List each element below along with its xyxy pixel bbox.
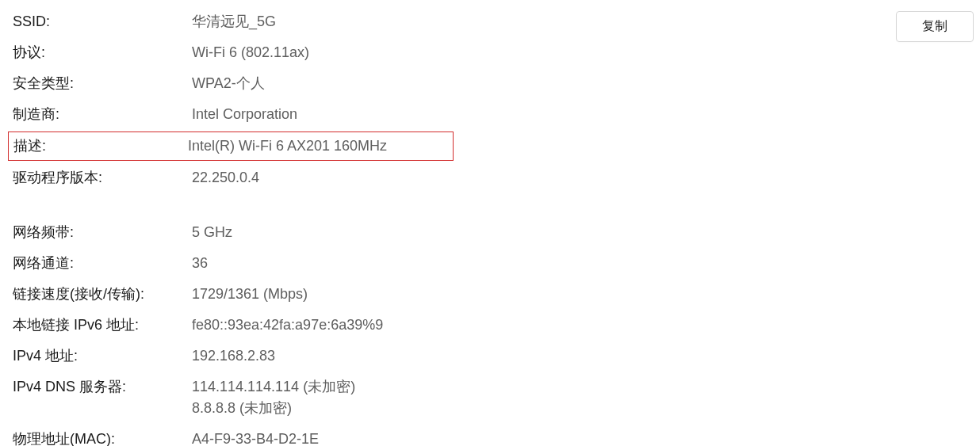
- value-ipv6-local: fe80::93ea:42fa:a97e:6a39%9: [192, 314, 383, 336]
- label-ipv6-local: 本地链接 IPv6 地址:: [13, 314, 192, 336]
- value-ipv4-dns-1: 114.114.114.114 (未加密): [192, 376, 355, 398]
- value-mac: A4-F9-33-B4-D2-1E: [192, 429, 319, 446]
- label-security-type: 安全类型:: [13, 73, 192, 94]
- label-network-channel: 网络通道:: [13, 253, 192, 274]
- value-ipv4-addr: 192.168.2.83: [192, 345, 275, 367]
- label-protocol: 协议:: [13, 42, 192, 63]
- row-ipv4-dns: IPv4 DNS 服务器: 114.114.114.114 (未加密) 8.8.…: [13, 372, 967, 424]
- row-link-speed: 链接速度(接收/传输): 1729/1361 (Mbps): [13, 279, 967, 310]
- value-ipv4-dns: 114.114.114.114 (未加密) 8.8.8.8 (未加密): [192, 376, 355, 419]
- label-ssid: SSID:: [13, 11, 192, 32]
- row-ssid: SSID: 华清远见_5G: [13, 6, 967, 37]
- value-link-speed: 1729/1361 (Mbps): [192, 284, 308, 305]
- value-network-channel: 36: [192, 253, 208, 274]
- network-properties-panel: 复制 SSID: 华清远见_5G 协议: Wi-Fi 6 (802.11ax) …: [0, 0, 980, 446]
- value-ipv4-dns-2: 8.8.8.8 (未加密): [192, 398, 355, 419]
- label-ipv4-addr: IPv4 地址:: [13, 345, 192, 367]
- label-mac: 物理地址(MAC):: [13, 429, 192, 446]
- value-network-band: 5 GHz: [192, 222, 232, 243]
- label-link-speed: 链接速度(接收/传输):: [13, 284, 192, 305]
- label-ipv4-dns: IPv4 DNS 服务器:: [13, 376, 192, 398]
- row-description-highlighted: 描述: Intel(R) Wi-Fi 6 AX201 160MHz: [8, 132, 454, 161]
- value-security-type: WPA2-个人: [192, 73, 265, 94]
- row-ipv6-local: 本地链接 IPv6 地址: fe80::93ea:42fa:a97e:6a39%…: [13, 310, 967, 341]
- row-network-channel: 网络通道: 36: [13, 248, 967, 279]
- label-manufacturer: 制造商:: [13, 104, 192, 125]
- copy-button[interactable]: 复制: [896, 11, 974, 42]
- value-protocol: Wi-Fi 6 (802.11ax): [192, 42, 309, 63]
- value-description: Intel(R) Wi-Fi 6 AX201 160MHz: [188, 135, 387, 157]
- value-manufacturer: Intel Corporation: [192, 104, 297, 125]
- row-driver-version: 驱动程序版本: 22.250.0.4: [13, 162, 967, 193]
- section-gap: [13, 193, 967, 217]
- row-ipv4-addr: IPv4 地址: 192.168.2.83: [13, 341, 967, 372]
- label-network-band: 网络频带:: [13, 222, 192, 243]
- row-mac: 物理地址(MAC): A4-F9-33-B4-D2-1E: [13, 424, 967, 446]
- row-network-band: 网络频带: 5 GHz: [13, 217, 967, 248]
- label-driver-version: 驱动程序版本:: [13, 167, 192, 189]
- value-driver-version: 22.250.0.4: [192, 167, 259, 189]
- label-description: 描述:: [13, 135, 188, 157]
- row-protocol: 协议: Wi-Fi 6 (802.11ax): [13, 37, 967, 68]
- row-security-type: 安全类型: WPA2-个人: [13, 68, 967, 99]
- row-manufacturer: 制造商: Intel Corporation: [13, 99, 967, 130]
- value-ssid: 华清远见_5G: [192, 11, 276, 32]
